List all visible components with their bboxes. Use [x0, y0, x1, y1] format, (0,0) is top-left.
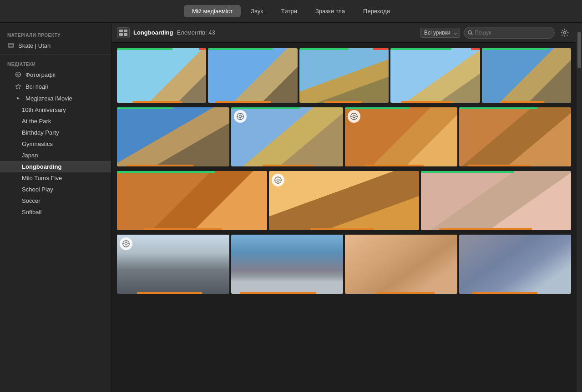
- star-icon: [15, 83, 22, 90]
- triangle-icon: [15, 95, 22, 102]
- view-toggle-button[interactable]: [117, 27, 130, 38]
- grid-row: [117, 107, 571, 166]
- search-box: [464, 27, 555, 39]
- clip-thumb[interactable]: [299, 48, 389, 103]
- svg-point-10: [17, 74, 19, 75]
- svg-rect-20: [124, 33, 127, 36]
- clip-thumb[interactable]: [231, 235, 344, 294]
- svg-point-31: [353, 115, 355, 117]
- search-icon: [468, 30, 473, 35]
- sidebar-item-label: Фотографії: [25, 71, 56, 78]
- sidebar-item-label: Медіатека iMovie: [25, 95, 72, 102]
- settings-button[interactable]: [558, 26, 571, 39]
- sidebar-item-10th-anniversary[interactable]: 10th Anniversary: [0, 104, 111, 116]
- sidebar-item-label: Soccer: [22, 197, 40, 204]
- search-input[interactable]: [475, 30, 551, 36]
- svg-point-43: [125, 242, 127, 245]
- sidebar-item-soccer[interactable]: Soccer: [0, 195, 111, 206]
- sidebar-item-label: Milo Turns Five: [22, 175, 62, 181]
- section-title-libraries: МЕДІАТЕКИ: [0, 57, 111, 69]
- sidebar-item-label: Longboarding: [22, 163, 61, 170]
- sidebar-item-label: Japan: [22, 152, 38, 159]
- film-icon: [7, 42, 15, 49]
- clip-badge: [348, 110, 360, 123]
- svg-point-37: [277, 179, 279, 181]
- sidebar-item-milo-turns-five[interactable]: Milo Turns Five: [0, 172, 111, 184]
- clip-thumb[interactable]: [459, 235, 572, 294]
- sidebar-item-longboarding[interactable]: Longboarding: [0, 161, 111, 172]
- svg-point-25: [239, 115, 241, 117]
- svg-line-22: [471, 33, 472, 35]
- clip-thumb[interactable]: [482, 48, 571, 103]
- sidebar-item-japan[interactable]: Japan: [0, 150, 111, 161]
- grid-row: [117, 48, 571, 103]
- svg-rect-17: [119, 30, 123, 32]
- clip-thumb[interactable]: [117, 107, 229, 166]
- content-toolbar: Longboarding Елементів: 43 Всі уривки: [111, 23, 577, 43]
- sidebar-item-imovie-library[interactable]: Медіатека iMovie: [0, 92, 111, 104]
- svg-point-23: [564, 31, 566, 34]
- clip-thumb[interactable]: [390, 48, 480, 103]
- grid-row: [117, 235, 571, 294]
- clip-thumb[interactable]: [421, 171, 571, 230]
- photos-icon: [15, 71, 22, 78]
- sidebar-item-all-events[interactable]: Всі події: [0, 80, 111, 92]
- nav-my-media[interactable]: Мій медіавміст: [184, 5, 241, 17]
- top-navigation: Мій медіавміст Звук Титри Зразки тла Пер…: [0, 0, 582, 23]
- clip-thumb[interactable]: [459, 107, 572, 166]
- sidebar-item-school-play[interactable]: School Play: [0, 184, 111, 195]
- sidebar-item-label: Softball: [22, 209, 41, 216]
- sidebar: МАТЕРІАЛИ ПРОЕКТУ Skate | Utah МЕДІАТЕКИ: [0, 23, 111, 392]
- svg-marker-16: [17, 97, 20, 100]
- clip-thumb[interactable]: [345, 235, 457, 294]
- sidebar-item-softball[interactable]: Softball: [0, 206, 111, 218]
- svg-rect-19: [119, 33, 123, 36]
- sidebar-item-label: 10th Anniversary: [22, 106, 66, 113]
- sidebar-item-label: At the Park: [22, 118, 51, 125]
- sidebar-item-label: School Play: [22, 186, 53, 193]
- sidebar-item-label: Birthday Party: [22, 129, 59, 136]
- nav-titles[interactable]: Титри: [273, 5, 305, 17]
- sidebar-item-photos[interactable]: Фотографії: [0, 69, 111, 80]
- clip-thumb[interactable]: [345, 107, 457, 166]
- svg-rect-18: [124, 30, 127, 32]
- filter-select[interactable]: Всі уривки: [420, 28, 460, 38]
- scrollbar-thumb[interactable]: [577, 32, 581, 68]
- clip-thumb[interactable]: [208, 48, 297, 103]
- sidebar-item-label: Всі події: [25, 83, 48, 90]
- nav-audio[interactable]: Звук: [243, 5, 271, 17]
- clip-thumb[interactable]: [117, 235, 229, 294]
- filter-wrapper: Всі уривки: [420, 28, 460, 38]
- content-title: Longboarding: [133, 29, 173, 36]
- sidebar-item-label: Skate | Utah: [18, 42, 51, 49]
- nav-transitions[interactable]: Переходи: [355, 5, 398, 17]
- media-grid: [111, 43, 577, 392]
- main-layout: МАТЕРІАЛИ ПРОЕКТУ Skate | Utah МЕДІАТЕКИ: [0, 23, 582, 392]
- toolbar-right: Всі уривки: [420, 26, 571, 39]
- section-title-project: МАТЕРІАЛИ ПРОЕКТУ: [0, 28, 111, 40]
- content-area: Longboarding Елементів: 43 Всі уривки: [111, 23, 577, 392]
- sidebar-item-gymnastics[interactable]: Gymnastics: [0, 138, 111, 150]
- sidebar-item-skate-utah[interactable]: Skate | Utah: [0, 40, 111, 51]
- clip-thumb[interactable]: [231, 107, 344, 166]
- divider: [0, 54, 111, 55]
- grid-row: [117, 171, 571, 230]
- clip-badge: [234, 110, 247, 123]
- scrollbar[interactable]: [577, 23, 582, 392]
- clip-thumb[interactable]: [117, 171, 267, 230]
- sidebar-item-at-the-park[interactable]: At the Park: [0, 116, 111, 127]
- content-count: Елементів: 43: [177, 29, 215, 36]
- nav-backgrounds[interactable]: Зразки тла: [307, 5, 353, 17]
- clip-badge: [120, 237, 132, 250]
- sidebar-item-label: Gymnastics: [22, 141, 53, 147]
- svg-marker-15: [15, 84, 21, 89]
- sidebar-item-birthday-party[interactable]: Birthday Party: [0, 127, 111, 138]
- toolbar-left: Longboarding Елементів: 43: [117, 27, 215, 38]
- clip-thumb[interactable]: [117, 48, 206, 103]
- clip-badge: [272, 174, 284, 186]
- clip-thumb[interactable]: [269, 171, 419, 230]
